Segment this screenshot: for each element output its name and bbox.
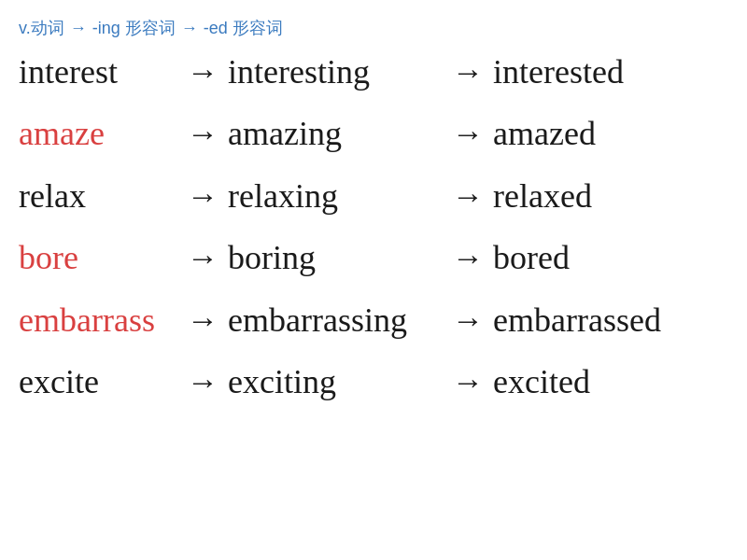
word-ed-form: amazed xyxy=(493,110,596,157)
arrow-icon: → xyxy=(452,360,484,405)
word-ed-form: embarrassed xyxy=(493,297,661,343)
header-arrow1: → xyxy=(70,19,87,38)
arrow-icon: → xyxy=(452,112,484,157)
ed-label: -ed 形容词 xyxy=(204,17,283,39)
word-base: embarrass xyxy=(19,297,177,343)
word-row: interest→interesting→interested xyxy=(19,49,728,95)
header-row: v.动词 → -ing 形容词 → -ed 形容词 xyxy=(19,17,728,39)
pos-label: v.动词 xyxy=(19,17,64,39)
arrow-icon: → xyxy=(187,360,218,405)
word-ing-form: relaxing xyxy=(228,173,443,219)
main-container: v.动词 → -ing 形容词 → -ed 形容词 interest→inter… xyxy=(0,0,747,437)
word-rows-container: interest→interesting→interestedamaze→ama… xyxy=(19,49,728,405)
word-ed-form: relaxed xyxy=(493,173,592,219)
header-arrow2: → xyxy=(181,19,198,38)
word-ed-form: interested xyxy=(493,49,624,95)
arrow-icon: → xyxy=(187,112,218,157)
arrow-icon: → xyxy=(187,175,218,219)
word-row: amaze→amazing→amazed xyxy=(19,110,728,157)
word-ing-form: amazing xyxy=(228,110,443,157)
arrow-icon: → xyxy=(452,236,484,281)
arrow-icon: → xyxy=(187,236,218,281)
word-row: excite→exciting→excited xyxy=(19,358,728,405)
arrow-icon: → xyxy=(187,299,218,343)
arrow-icon: → xyxy=(187,50,218,95)
word-row: embarrass→embarrassing→embarrassed xyxy=(19,297,728,343)
word-row: bore→boring→bored xyxy=(19,234,728,281)
word-ing-form: interesting xyxy=(228,49,443,95)
word-base: amaze xyxy=(19,110,177,157)
word-base: relax xyxy=(19,173,177,219)
arrow-icon: → xyxy=(452,299,484,343)
word-row: relax→relaxing→relaxed xyxy=(19,173,728,219)
word-ed-form: excited xyxy=(493,358,590,405)
arrow-icon: → xyxy=(452,175,484,219)
word-base: interest xyxy=(19,49,177,95)
word-ing-form: exciting xyxy=(228,358,443,405)
word-ing-form: embarrassing xyxy=(228,297,443,343)
word-base: excite xyxy=(19,358,177,405)
word-ing-form: boring xyxy=(228,234,443,281)
arrow-icon: → xyxy=(452,50,484,95)
word-ed-form: bored xyxy=(493,234,570,281)
ing-label: -ing 形容词 xyxy=(92,17,176,39)
word-base: bore xyxy=(19,234,177,281)
